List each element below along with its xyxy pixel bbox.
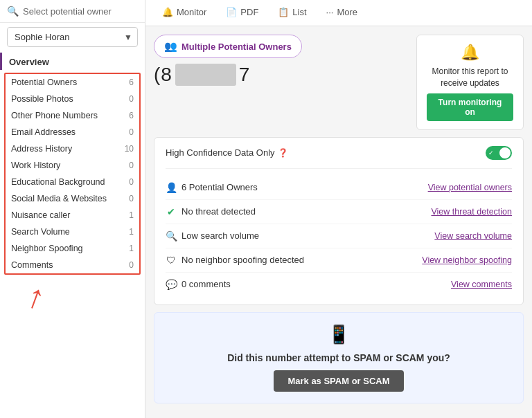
high-confidence-toggle[interactable]: ✓ — [486, 146, 512, 160]
mark-spam-button[interactable]: Mark as SPAM or SCAM — [274, 370, 403, 392]
monitor-box: 🔔 Monitor this report to receive updates… — [416, 35, 524, 130]
sidebar-search-label: Select potential owner — [23, 6, 112, 17]
phone-number: (8 7 — [154, 64, 408, 86]
data-row-icon: 💬 — [166, 279, 177, 290]
data-row-icon: 🔍 — [166, 230, 177, 242]
menu-item-label: Work History — [11, 161, 60, 170]
data-row-left: 💬 0 comments — [166, 279, 231, 290]
sidebar: 🔍 Select potential owner Sophie Horan ▼ … — [0, 0, 145, 418]
owner-dropdown[interactable]: Sophie Horan — [7, 27, 138, 47]
sidebar-menu-item[interactable]: Other Phone Numbers 6 — [6, 107, 139, 124]
data-row-left: 🛡 No neighbor spoofing detected — [166, 255, 304, 266]
main-content: 🔔 Monitor 📄 PDF 📋 List ··· More 👥 Multip… — [145, 0, 532, 418]
tab-monitor[interactable]: 🔔 Monitor — [152, 0, 216, 26]
menu-item-label: Nuisance caller — [11, 210, 70, 220]
data-row-link[interactable]: View potential owners — [428, 183, 512, 192]
multiple-owners-label: Multiple Potential Owners — [181, 42, 292, 52]
data-row: 🔍 Low search volume View search volume — [166, 224, 512, 248]
menu-item-count: 6 — [124, 111, 134, 120]
data-row-text: Low search volume — [181, 230, 259, 241]
menu-item-label: Email Addresses — [11, 127, 76, 137]
spam-phone-icon: 📱 — [328, 324, 350, 345]
multiple-owners-button[interactable]: 👥 Multiple Potential Owners — [154, 35, 302, 58]
sidebar-menu-item[interactable]: Search Volume 1 — [6, 224, 139, 240]
sidebar-menu-item[interactable]: Educational Background 0 — [6, 174, 139, 190]
list-tab-icon: 📋 — [278, 7, 289, 17]
overview-title: Overview — [0, 53, 145, 70]
menu-item-label: Possible Photos — [11, 94, 73, 104]
phone-prefix: (8 — [154, 64, 172, 86]
toggle-check-icon: ✓ — [488, 149, 494, 156]
phone-redacted — [175, 64, 236, 86]
content-area: 👥 Multiple Potential Owners (8 7 🔔 Monit… — [145, 26, 532, 412]
sidebar-menu-item[interactable]: Potential Owners 6 — [6, 74, 139, 91]
menu-item-count: 10 — [124, 144, 134, 154]
menu-item-count: 0 — [124, 161, 134, 170]
arrow-indicator: ↑ — [0, 278, 145, 314]
data-section: High Confidence Data Only ❓ ✓ 👤 6 Potent… — [154, 137, 524, 305]
menu-item-label: Potential Owners — [11, 78, 77, 87]
data-row-link[interactable]: View search volume — [434, 231, 512, 241]
data-row-left: 🔍 Low search volume — [166, 230, 259, 242]
sidebar-menu-item[interactable]: Email Addresses 0 — [6, 124, 139, 140]
turn-monitoring-on-button[interactable]: Turn monitoring on — [427, 93, 513, 121]
menu-item-label: Neighbor Spoofing — [11, 244, 83, 253]
menu-item-label: Other Phone Numbers — [11, 111, 98, 120]
menu-item-count: 1 — [124, 227, 134, 237]
monitor-text: Monitor this report to receive updates — [427, 66, 513, 89]
data-row: 💬 0 comments View comments — [166, 273, 512, 296]
data-row: 🛡 No neighbor spoofing detected View nei… — [166, 248, 512, 273]
data-row-left: 👤 6 Potential Owners — [166, 182, 258, 193]
tab-pdf[interactable]: 📄 PDF — [216, 0, 268, 26]
data-row-text: No neighbor spoofing detected — [181, 255, 304, 265]
menu-item-count: 1 — [124, 244, 134, 253]
sidebar-menu-item[interactable]: Neighbor Spoofing 1 — [6, 240, 139, 257]
sidebar-menu-item[interactable]: Comments 0 — [6, 257, 139, 273]
help-icon[interactable]: ❓ — [278, 148, 288, 158]
data-row-icon: 🛡 — [166, 255, 177, 266]
data-row-link[interactable]: View neighbor spoofing — [422, 255, 512, 265]
high-confidence-label: High Confidence Data Only ❓ — [166, 147, 288, 158]
monitor-tab-icon: 🔔 — [162, 7, 173, 17]
sidebar-menu-item[interactable]: Nuisance caller 1 — [6, 207, 139, 224]
data-row-text: 6 Potential Owners — [181, 182, 258, 192]
bell-icon: 🔔 — [461, 44, 479, 62]
menu-item-count: 6 — [124, 78, 134, 87]
high-confidence-row: High Confidence Data Only ❓ ✓ — [166, 146, 512, 169]
sidebar-menu-item[interactable]: Social Media & Websites 0 — [6, 190, 139, 207]
sidebar-menu-item[interactable]: Possible Photos 0 — [6, 91, 139, 107]
list-tab-label: List — [292, 7, 306, 17]
sidebar-menu-item[interactable]: Work History 0 — [6, 157, 139, 174]
data-row-icon: ✔ — [166, 206, 177, 217]
menu-item-count: 1 — [124, 210, 134, 220]
data-row-text: 0 comments — [181, 279, 231, 289]
spam-title: Did this number attempt to SPAM or SCAM … — [227, 352, 450, 363]
menu-item-label: Address History — [11, 144, 72, 154]
monitor-tab-label: Monitor — [177, 7, 206, 17]
menu-item-count: 0 — [124, 260, 134, 270]
tab-list[interactable]: 📋 List — [268, 0, 316, 26]
data-row-icon: 👤 — [166, 182, 177, 193]
menu-item-count: 0 — [124, 127, 134, 137]
owner-dropdown-container[interactable]: Sophie Horan ▼ — [7, 27, 138, 47]
data-row-link[interactable]: View threat detection — [431, 207, 512, 217]
menu-item-label: Search Volume — [11, 227, 70, 237]
sidebar-menu-item[interactable]: Address History 10 — [6, 140, 139, 157]
pdf-tab-icon: 📄 — [226, 7, 237, 17]
top-row: 👥 Multiple Potential Owners (8 7 🔔 Monit… — [154, 35, 524, 130]
phone-section: 👥 Multiple Potential Owners (8 7 — [154, 35, 408, 86]
red-arrow-icon: ↑ — [23, 278, 50, 315]
data-rows: 👤 6 Potential Owners View potential owne… — [166, 176, 512, 296]
more-tab-icon: ··· — [326, 7, 334, 17]
menu-item-count: 0 — [124, 94, 134, 104]
data-row: 👤 6 Potential Owners View potential owne… — [166, 176, 512, 200]
toggle-knob — [499, 147, 511, 158]
owners-icon: 👥 — [164, 40, 177, 53]
data-row-left: ✔ No threat detected — [166, 206, 256, 217]
tab-more[interactable]: ··· More — [317, 0, 367, 26]
data-row-link[interactable]: View comments — [451, 280, 512, 289]
pdf-tab-label: PDF — [240, 7, 258, 17]
menu-item-label: Educational Background — [11, 177, 105, 187]
menu-item-count: 0 — [124, 177, 134, 187]
data-row-text: No threat detected — [181, 206, 256, 217]
